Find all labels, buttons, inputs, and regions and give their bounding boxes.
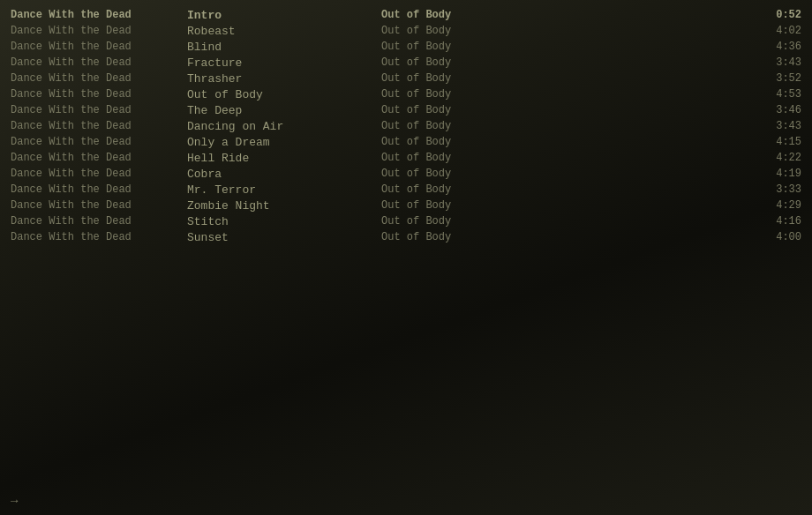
- track-row[interactable]: Dance With the DeadFractureOut of Body3:…: [0, 55, 812, 71]
- track-artist: Dance With the Dead: [11, 104, 187, 116]
- track-artist: Dance With the Dead: [11, 88, 187, 101]
- track-duration: 3:43: [748, 56, 801, 69]
- track-row[interactable]: Dance With the DeadOnly a DreamOut of Bo…: [0, 134, 812, 150]
- track-album: Out of Body: [381, 215, 748, 228]
- track-title: Dancing on Air: [187, 120, 381, 133]
- track-row[interactable]: Dance With the DeadStitchOut of Body4:16: [0, 213, 812, 229]
- track-title: Cobra: [187, 168, 381, 181]
- track-duration: 4:16: [748, 215, 801, 228]
- track-album: Out of Body: [381, 152, 748, 164]
- track-album: Out of Body: [381, 183, 748, 196]
- track-row[interactable]: Dance With the DeadCobraOut of Body4:19: [0, 166, 812, 182]
- track-duration: 4:36: [748, 41, 801, 53]
- track-artist: Dance With the Dead: [11, 136, 187, 148]
- track-artist: Dance With the Dead: [11, 120, 187, 132]
- track-duration: 3:33: [748, 183, 801, 196]
- track-artist: Dance With the Dead: [11, 183, 187, 196]
- track-title: Thrasher: [187, 72, 381, 86]
- track-album: Out of Body: [381, 136, 748, 148]
- track-album: Out of Body: [381, 41, 748, 53]
- track-album: Out of Body: [381, 25, 748, 37]
- track-album: Out of Body: [381, 231, 748, 243]
- track-duration: 3:52: [748, 72, 801, 85]
- track-album: Out of Body: [381, 104, 748, 116]
- track-artist: Dance With the Dead: [11, 231, 187, 243]
- track-artist: Dance With the Dead: [11, 199, 187, 212]
- track-artist: Dance With the Dead: [11, 152, 187, 164]
- track-duration: 3:43: [748, 120, 801, 132]
- track-row[interactable]: Dance With the DeadOut of BodyOut of Bod…: [0, 86, 812, 102]
- track-row[interactable]: Dance With the DeadDancing on AirOut of …: [0, 118, 812, 134]
- track-title: Robeast: [187, 25, 381, 38]
- track-album: Out of Body: [381, 56, 748, 69]
- track-title: Mr. Terror: [187, 183, 381, 197]
- track-title: Zombie Night: [187, 199, 381, 213]
- track-duration: 4:22: [748, 152, 801, 164]
- track-title: Stitch: [187, 215, 381, 228]
- track-duration: 4:15: [748, 136, 801, 148]
- track-title: Blind: [187, 41, 381, 54]
- track-title: Only a Dream: [187, 136, 381, 149]
- track-title: The Deep: [187, 104, 381, 117]
- track-row[interactable]: Dance With the DeadZombie NightOut of Bo…: [0, 198, 812, 213]
- track-title: Out of Body: [187, 88, 381, 101]
- track-title: Hell Ride: [187, 152, 381, 165]
- track-artist: Dance With the Dead: [11, 215, 187, 228]
- track-title: Fracture: [187, 56, 381, 70]
- track-duration: 3:46: [748, 104, 801, 116]
- track-album: Out of Body: [381, 120, 748, 132]
- track-artist: Dance With the Dead: [11, 56, 187, 69]
- track-row[interactable]: Dance With the DeadRobeastOut of Body4:0…: [0, 23, 812, 39]
- track-row[interactable]: Dance With the DeadSunsetOut of Body4:00: [0, 229, 812, 245]
- track-artist: Dance With the Dead: [11, 25, 187, 37]
- track-duration: 0:52: [748, 9, 801, 21]
- track-duration: 4:19: [748, 168, 801, 180]
- track-duration: 4:29: [748, 199, 801, 212]
- track-artist: Dance With the Dead: [11, 41, 187, 53]
- track-row[interactable]: Dance With the DeadBlindOut of Body4:36: [0, 39, 812, 55]
- track-list: Dance With the DeadIntroOut of Body0:52D…: [0, 0, 812, 252]
- track-album: Out of Body: [381, 9, 748, 21]
- track-duration: 4:53: [748, 88, 801, 101]
- track-title: Intro: [187, 9, 381, 22]
- track-row[interactable]: Dance With the DeadThe DeepOut of Body3:…: [0, 102, 812, 118]
- track-row[interactable]: Dance With the DeadHell RideOut of Body4…: [0, 150, 812, 166]
- track-title: Sunset: [187, 231, 381, 244]
- arrow-indicator: →: [11, 494, 18, 508]
- track-row[interactable]: Dance With the DeadThrasherOut of Body3:…: [0, 71, 812, 86]
- track-row[interactable]: Dance With the DeadIntroOut of Body0:52: [0, 7, 812, 23]
- track-album: Out of Body: [381, 199, 748, 212]
- track-album: Out of Body: [381, 88, 748, 101]
- track-duration: 4:00: [748, 231, 801, 243]
- track-artist: Dance With the Dead: [11, 72, 187, 85]
- track-album: Out of Body: [381, 72, 748, 85]
- track-row[interactable]: Dance With the DeadMr. TerrorOut of Body…: [0, 182, 812, 198]
- track-artist: Dance With the Dead: [11, 168, 187, 180]
- track-album: Out of Body: [381, 168, 748, 180]
- track-duration: 4:02: [748, 25, 801, 37]
- track-artist: Dance With the Dead: [11, 9, 187, 21]
